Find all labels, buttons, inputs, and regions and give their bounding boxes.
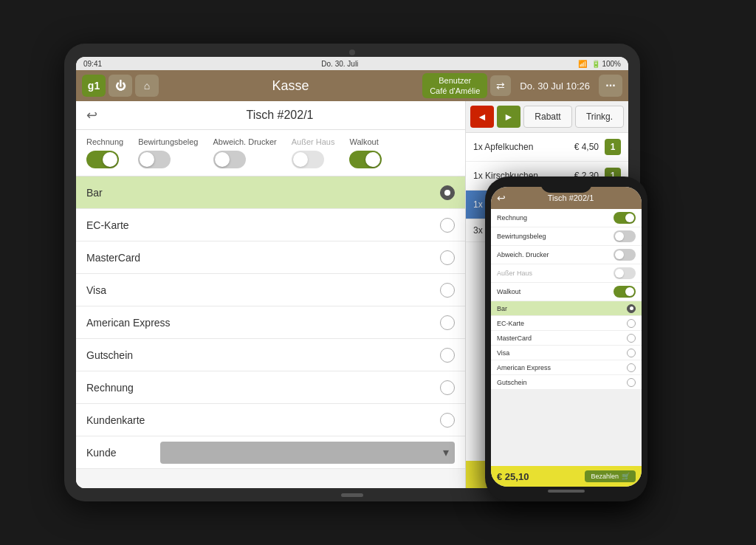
toggle-ausser-haus[interactable] bbox=[292, 151, 324, 168]
phone-radio-american-express bbox=[627, 363, 636, 372]
payment-name-ec-karte: EC-Karte bbox=[86, 219, 440, 231]
phone-payment-row-american-express[interactable]: American Express bbox=[491, 360, 642, 375]
payment-name-kundenkarte: Kundenkarte bbox=[86, 414, 440, 426]
battery-icon: 🔋 100% bbox=[591, 60, 621, 68]
dropdown-arrow-icon: ▾ bbox=[443, 445, 449, 459]
order-next-button[interactable]: ► bbox=[497, 106, 520, 128]
status-right: 📶 🔋 100% bbox=[578, 60, 621, 68]
devices-container: 09:41 Do. 30. Juli 📶 🔋 100% g1 ⏻ ⌂ Kasse… bbox=[64, 21, 692, 524]
option-walkout: Walkout bbox=[349, 137, 382, 168]
kunde-label: Kunde bbox=[86, 447, 160, 459]
phone-toggle-abweich[interactable] bbox=[614, 249, 636, 261]
phone-notch bbox=[540, 176, 592, 193]
status-time: 09:41 bbox=[83, 60, 102, 68]
phone-toggle-row-walkout: Walkout bbox=[491, 283, 642, 301]
phone-home-indicator bbox=[548, 490, 585, 493]
payment-name-american-express: American Express bbox=[86, 317, 440, 329]
phone-content: Rechnung Bewirtungsbeleg Abweich. Drucke… bbox=[491, 209, 642, 466]
option-walkout-label: Walkout bbox=[349, 137, 378, 146]
option-rechnung: Rechnung bbox=[86, 137, 123, 168]
phone-toggle-row-bewirtungsbeleg: Bewirtungsbeleg bbox=[491, 227, 642, 246]
back-button[interactable]: ↩ bbox=[86, 107, 97, 123]
phone-payment-row-ec-karte[interactable]: EC-Karte bbox=[491, 316, 642, 331]
header-title: Kasse bbox=[162, 78, 419, 94]
option-ausser-haus-label: Außer Haus bbox=[292, 137, 335, 146]
order-controls: ◄ ► Rabatt Trinkg. bbox=[466, 101, 628, 133]
radio-american-express bbox=[440, 315, 455, 330]
options-row: Rechnung Bewirtungsbeleg Abweich. Drucke… bbox=[76, 130, 465, 176]
phone-title: Tisch #202/1 bbox=[506, 193, 636, 202]
option-rechnung-label: Rechnung bbox=[86, 137, 123, 146]
payment-row-gutschein[interactable]: Gutschein bbox=[76, 339, 465, 371]
tablet-home-indicator bbox=[341, 493, 363, 497]
header-bar: g1 ⏻ ⌂ Kasse Benutzer Café d'Amélie ⇄ Do… bbox=[76, 70, 628, 101]
phone-payment-row-visa[interactable]: Visa bbox=[491, 346, 642, 360]
phone-screen: ↩ Tisch #202/1 Rechnung Bewirtungsbeleg … bbox=[491, 187, 642, 487]
phone-pay-button[interactable]: Bezahlen 🛒 bbox=[585, 470, 636, 482]
phone-toggle-row-rechnung: Rechnung bbox=[491, 209, 642, 227]
user-name: Café d'Amélie bbox=[430, 86, 480, 96]
payment-row-rechnung[interactable]: Rechnung bbox=[76, 371, 465, 404]
payment-list: Bar EC-Karte MasterCard Visa bbox=[76, 176, 465, 488]
left-panel: ↩ Tisch #202/1 Rechnung Bewirtungsbeleg bbox=[76, 101, 466, 488]
power-button[interactable]: ⏻ bbox=[109, 75, 132, 97]
header-datetime: Do. 30 Jul 10:26 bbox=[520, 80, 590, 92]
exchange-icon[interactable]: ⇄ bbox=[490, 75, 511, 96]
order-qty-apfelkuchen: 1 bbox=[605, 139, 621, 155]
payment-row-american-express[interactable]: American Express bbox=[76, 306, 465, 339]
toggle-bewirtungsbeleg[interactable] bbox=[138, 151, 171, 168]
phone-payment-name-gutschein: Gutschein bbox=[497, 379, 627, 386]
order-prev-button[interactable]: ◄ bbox=[470, 106, 494, 128]
phone-toggle-label-abweich: Abweich. Drucker bbox=[497, 251, 549, 258]
payment-row-kundenkarte[interactable]: Kundenkarte bbox=[76, 404, 465, 436]
phone-back-icon[interactable]: ↩ bbox=[497, 192, 506, 204]
phone-payment-row-mastercard[interactable]: MasterCard bbox=[491, 331, 642, 346]
radio-visa bbox=[440, 283, 455, 298]
phone-toggle-label-walkout: Walkout bbox=[497, 288, 520, 295]
option-bewirtungsbeleg-label: Bewirtungsbeleg bbox=[138, 137, 198, 146]
phone-toggle-row-abweich: Abweich. Drucker bbox=[491, 246, 642, 264]
page-title-bar: ↩ Tisch #202/1 bbox=[76, 101, 465, 130]
more-button[interactable]: ··· bbox=[599, 75, 622, 97]
phone-radio-visa bbox=[627, 349, 636, 357]
phone-radio-ec-karte bbox=[627, 319, 636, 328]
user-label: Benutzer bbox=[430, 75, 480, 86]
wifi-icon: 📶 bbox=[578, 60, 587, 68]
order-item-apfelkuchen[interactable]: 1x Apfelkuchen € 4,50 1 bbox=[466, 133, 628, 162]
toggle-rechnung[interactable] bbox=[86, 151, 119, 168]
payment-row-bar[interactable]: Bar bbox=[76, 176, 465, 209]
payment-row-visa[interactable]: Visa bbox=[76, 274, 465, 306]
option-ausser-haus: Außer Haus bbox=[292, 137, 335, 168]
phone-frame: ↩ Tisch #202/1 Rechnung Bewirtungsbeleg … bbox=[485, 176, 647, 501]
home-button[interactable]: ⌂ bbox=[135, 75, 159, 97]
phone-toggle-rechnung[interactable] bbox=[614, 212, 636, 224]
phone-payment-row-gutschein[interactable]: Gutschein bbox=[491, 375, 642, 390]
phone-payment-row-bar[interactable]: Bar bbox=[491, 301, 642, 316]
phone-toggle-row-ausser-haus: Außer Haus bbox=[491, 264, 642, 283]
radio-mastercard bbox=[440, 250, 455, 265]
phone-toggle-ausser-haus[interactable] bbox=[614, 267, 636, 279]
phone-total-amount: € 25,10 bbox=[497, 471, 529, 482]
status-bar: 09:41 Do. 30. Juli 📶 🔋 100% bbox=[76, 57, 628, 70]
app-logo-button[interactable]: g1 bbox=[82, 75, 106, 97]
kunde-select[interactable]: ▾ bbox=[160, 442, 455, 464]
phone-pay-icon: 🛒 bbox=[622, 473, 630, 480]
rabatt-button[interactable]: Rabatt bbox=[523, 106, 572, 128]
option-abweich-drucker: Abweich. Drucker bbox=[213, 137, 277, 168]
status-date: Do. 30. Juli bbox=[321, 60, 358, 68]
phone-toggle-label-rechnung: Rechnung bbox=[497, 214, 527, 222]
payment-row-mastercard[interactable]: MasterCard bbox=[76, 241, 465, 274]
phone-payment-name-american-express: American Express bbox=[497, 364, 627, 371]
phone-payment-name-mastercard: MasterCard bbox=[497, 335, 627, 342]
phone-toggle-bewirtungsbeleg[interactable] bbox=[614, 230, 636, 242]
radio-kundenkarte bbox=[440, 413, 455, 428]
payment-row-ec-karte[interactable]: EC-Karte bbox=[76, 209, 465, 241]
option-bewirtungsbeleg: Bewirtungsbeleg bbox=[138, 137, 198, 168]
trinkgeld-button[interactable]: Trinkg. bbox=[575, 106, 624, 128]
toggle-abweich-drucker[interactable] bbox=[213, 151, 246, 168]
toggle-walkout[interactable] bbox=[349, 151, 382, 168]
phone-radio-mastercard bbox=[627, 334, 636, 343]
phone-toggle-walkout[interactable] bbox=[614, 286, 636, 298]
tablet-camera bbox=[349, 49, 355, 55]
radio-bar bbox=[440, 185, 455, 200]
